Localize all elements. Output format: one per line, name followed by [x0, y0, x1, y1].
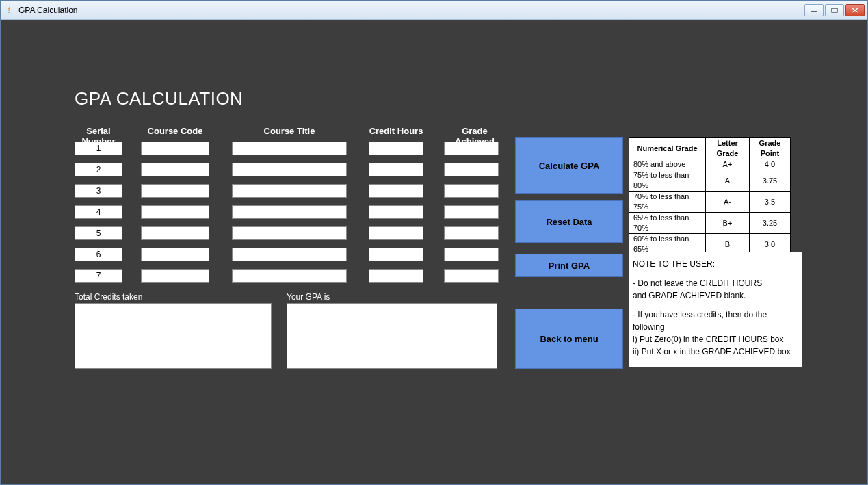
- credit-hours-field[interactable]: [369, 248, 423, 261]
- header-title: Course Title: [232, 126, 347, 136]
- serial-number-field[interactable]: [75, 184, 122, 198]
- course-title-field[interactable]: [232, 205, 347, 219]
- serial-number-field[interactable]: [75, 269, 122, 283]
- course-code-field[interactable]: [141, 142, 209, 155]
- maximize-button[interactable]: [825, 4, 844, 16]
- gradetable-cell-numerical: 70% to less than 75%: [629, 192, 706, 213]
- gradetable-row: 75% to less than 80%A3.75: [629, 170, 791, 192]
- course-title-field[interactable]: [232, 163, 347, 176]
- course-title-field[interactable]: [232, 184, 347, 198]
- calculate-gpa-button[interactable]: Calculate GPA: [515, 137, 623, 194]
- gradetable-header-numerical: Numerical Grade: [629, 138, 706, 159]
- header-credit: Credit Hours: [369, 126, 423, 136]
- gradetable-header-letter: Letter Grade: [706, 138, 750, 159]
- gradetable-cell-numerical: 60% to less than 65%: [629, 234, 706, 255]
- grade-achieved-field[interactable]: [444, 184, 499, 198]
- grade-achieved-field[interactable]: [444, 142, 499, 155]
- course-code-field[interactable]: [141, 248, 209, 261]
- page-title: GPA CALCULATION: [75, 88, 243, 109]
- note-line: i) Put Zero(0) in the CREDIT HOURS box: [633, 333, 798, 345]
- serial-number-field[interactable]: [75, 205, 122, 219]
- credit-hours-field[interactable]: [369, 226, 423, 240]
- gradetable-cell-letter: A: [706, 170, 750, 192]
- titlebar[interactable]: GPA Calculation: [1, 1, 867, 20]
- gradetable-cell-point: 3.25: [750, 213, 791, 234]
- course-code-field[interactable]: [141, 184, 209, 198]
- gradetable-cell-letter: B+: [706, 213, 750, 234]
- serial-number-field[interactable]: [75, 163, 122, 176]
- credit-hours-field[interactable]: [369, 142, 423, 155]
- course-code-field[interactable]: [141, 226, 209, 240]
- gradetable-cell-point: 4.0: [750, 159, 791, 170]
- grade-achieved-field[interactable]: [444, 226, 499, 240]
- total-credits-output[interactable]: [75, 303, 272, 369]
- your-gpa-output[interactable]: [287, 303, 497, 369]
- gradetable-cell-numerical: 80% and above: [629, 159, 706, 170]
- grade-achieved-field[interactable]: [444, 269, 499, 283]
- credit-hours-field[interactable]: [369, 184, 423, 198]
- course-title-field[interactable]: [232, 226, 347, 240]
- window-title: GPA Calculation: [18, 5, 804, 15]
- grade-achieved-field[interactable]: [444, 248, 499, 261]
- gradetable-cell-point: 3.75: [750, 170, 791, 192]
- serial-number-field[interactable]: [75, 142, 122, 155]
- course-code-field[interactable]: [141, 269, 209, 283]
- credit-hours-field[interactable]: [369, 269, 423, 283]
- total-credits-label: Total Credits taken: [75, 292, 142, 302]
- svg-rect-1: [832, 8, 837, 12]
- course-title-field[interactable]: [232, 142, 347, 155]
- content-panel: GPA CALCULATION Serial Number Course Cod…: [1, 20, 867, 484]
- java-icon: [3, 5, 14, 16]
- app-window: GPA Calculation GPA CALCULATION Serial N…: [0, 0, 868, 485]
- course-title-field[interactable]: [232, 248, 347, 261]
- gradetable-cell-numerical: 75% to less than 80%: [629, 170, 706, 192]
- window-controls: [804, 4, 865, 16]
- gradetable-row: 80% and aboveA+4.0: [629, 159, 791, 170]
- serial-number-field[interactable]: [75, 248, 122, 261]
- gradetable-cell-letter: B: [706, 234, 750, 255]
- credit-hours-field[interactable]: [369, 163, 423, 176]
- course-code-field[interactable]: [141, 163, 209, 176]
- header-code: Course Code: [141, 126, 209, 136]
- gradetable-header-point: Grade Point: [750, 138, 791, 159]
- gradetable-cell-point: 3.5: [750, 192, 791, 213]
- serial-number-field[interactable]: [75, 226, 122, 240]
- close-button[interactable]: [845, 4, 865, 16]
- minimize-button[interactable]: [804, 4, 824, 16]
- gradetable-row: 65% to less than 70%B+3.25: [629, 213, 791, 234]
- gradetable-row: 70% to less than 75%A-3.5: [629, 192, 791, 213]
- note-line: ii) Put X or x in the GRADE ACHIEVED box: [633, 345, 798, 358]
- grade-achieved-field[interactable]: [444, 205, 499, 219]
- grade-achieved-field[interactable]: [444, 163, 499, 176]
- note-line: and GRADE ACHIEVED blank.: [633, 289, 798, 302]
- gradetable-cell-numerical: 65% to less than 70%: [629, 213, 706, 234]
- print-gpa-button[interactable]: Print GPA: [515, 254, 623, 277]
- gradetable-cell-letter: A+: [706, 159, 750, 170]
- note-line: - Do not leave the CREDIT HOURS: [633, 277, 798, 289]
- your-gpa-label: Your GPA is: [287, 292, 330, 302]
- reset-data-button[interactable]: Reset Data: [515, 200, 623, 243]
- credit-hours-field[interactable]: [369, 205, 423, 219]
- course-title-field[interactable]: [232, 269, 347, 283]
- note-line: - If you have less credits, then do the …: [633, 309, 798, 333]
- back-to-menu-button[interactable]: Back to menu: [515, 309, 623, 369]
- gradetable-cell-point: 3.0: [750, 234, 791, 255]
- gradetable-row: 60% to less than 65%B3.0: [629, 234, 791, 255]
- user-note-box: NOTE TO THE USER: - Do not leave the CRE…: [629, 252, 802, 367]
- gradetable-cell-letter: A-: [706, 192, 750, 213]
- course-code-field[interactable]: [141, 205, 209, 219]
- note-title: NOTE TO THE USER:: [633, 258, 798, 270]
